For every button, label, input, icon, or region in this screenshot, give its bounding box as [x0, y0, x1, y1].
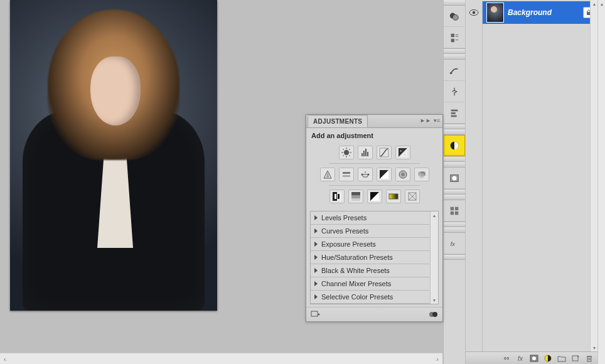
svg-rect-62 — [338, 194, 340, 199]
svg-rect-27 — [587, 356, 591, 361]
preset-exposure[interactable]: Exposure Presets — [311, 238, 438, 251]
invert-icon[interactable] — [329, 190, 345, 203]
fx-icon[interactable]: fx — [514, 353, 527, 363]
scroll-right-icon[interactable]: › — [436, 355, 439, 363]
levels-icon[interactable] — [358, 146, 373, 159]
vibrance-icon[interactable] — [320, 168, 335, 181]
svg-rect-49 — [343, 175, 350, 177]
svg-rect-67 — [389, 194, 398, 199]
svg-rect-8 — [451, 109, 458, 111]
gradient-map-icon[interactable] — [386, 190, 401, 203]
tab-adjustments[interactable]: ADJUSTMENTS — [308, 115, 368, 127]
channels-panel-icon[interactable] — [444, 200, 465, 222]
group-icon[interactable] — [555, 353, 568, 363]
curves-icon[interactable] — [377, 146, 392, 159]
svg-point-58 — [419, 173, 424, 178]
new-layer-icon[interactable] — [569, 353, 582, 363]
svg-rect-14 — [451, 206, 454, 210]
adjustments-row-2 — [310, 165, 439, 184]
svg-rect-65 — [351, 198, 360, 201]
color-balance-icon[interactable] — [358, 168, 373, 181]
adjustments-panel[interactable]: ADJUSTMENTS ►► ▾≡ Add an adjustment +- — [306, 114, 443, 322]
svg-line-39 — [343, 155, 344, 156]
paragraph-styles-icon[interactable] — [444, 27, 465, 48]
mask-icon[interactable] — [528, 353, 540, 363]
preset-hue-saturation[interactable]: Hue/Saturation Presets — [311, 251, 438, 264]
preset-channel-mixer[interactable]: Channel Mixer Presets — [311, 277, 438, 291]
preset-curves[interactable]: Curves Presets — [311, 225, 438, 238]
svg-rect-26 — [572, 356, 578, 361]
hue-saturation-icon[interactable] — [339, 168, 354, 181]
svg-rect-64 — [351, 192, 360, 195]
svg-text:-: - — [404, 153, 405, 156]
collapse-icon[interactable]: ►► — [421, 116, 430, 125]
scroll-up-icon[interactable]: ▴ — [598, 0, 605, 8]
scroll-up-icon[interactable]: ▴ — [431, 211, 438, 219]
svg-point-73 — [432, 312, 437, 317]
svg-rect-17 — [455, 211, 458, 214]
visibility-toggle[interactable] — [466, 1, 483, 24]
panel-menu-icon[interactable]: ▾≡ — [432, 116, 441, 125]
scroll-down-icon[interactable]: ▾ — [431, 296, 438, 304]
svg-rect-10 — [451, 115, 457, 117]
expand-view-icon[interactable] — [310, 309, 321, 319]
exposure-icon[interactable]: +- — [395, 146, 410, 159]
svg-rect-41 — [363, 151, 365, 156]
clip-to-layer-icon[interactable] — [427, 309, 439, 319]
layers-empty-area[interactable] — [482, 24, 591, 351]
window-vertical-scrollbar[interactable]: ▴ — [597, 0, 605, 364]
preset-selective-color[interactable]: Selective Color Presets — [311, 291, 438, 304]
brightness-contrast-icon[interactable] — [339, 146, 354, 159]
disclosure-triangle-icon — [314, 228, 318, 233]
layer-row-background[interactable]: Background — [466, 1, 598, 24]
channel-mixer-icon[interactable] — [414, 168, 429, 181]
trash-icon[interactable] — [583, 353, 596, 363]
preset-scrollbar[interactable]: ▴ ▾ — [430, 211, 438, 304]
svg-line-38 — [349, 149, 350, 150]
strip-gripper[interactable] — [444, 0, 465, 6]
clone-source-icon[interactable] — [444, 81, 465, 102]
layers-panel: Background ▴ ▾ fx — [465, 0, 598, 364]
svg-point-1 — [452, 14, 458, 20]
disclosure-triangle-icon — [314, 215, 318, 220]
disclosure-triangle-icon — [314, 281, 318, 286]
scroll-left-icon[interactable]: ‹ — [4, 355, 6, 363]
preset-label: Black & White Presets — [321, 267, 390, 274]
preset-label: Hue/Saturation Presets — [321, 254, 393, 261]
tool-preset-icon[interactable] — [444, 102, 465, 124]
preset-black-white[interactable]: Black & White Presets — [311, 264, 438, 277]
svg-point-55 — [401, 173, 405, 176]
selective-color-icon[interactable] — [405, 190, 420, 203]
mask-panel-icon[interactable] — [444, 168, 465, 189]
adjustment-icon[interactable] — [542, 353, 554, 363]
portrait-face — [90, 56, 141, 126]
threshold-icon[interactable] — [367, 190, 382, 203]
document-image[interactable] — [10, 0, 217, 311]
preset-list: Levels Presets Curves Presets Exposure P… — [310, 211, 439, 304]
preset-levels[interactable]: Levels Presets — [311, 211, 438, 225]
svg-rect-9 — [451, 112, 456, 114]
layer-name-label[interactable]: Background — [508, 8, 583, 17]
link-icon[interactable] — [500, 353, 513, 363]
svg-text:+: + — [400, 149, 402, 153]
horizontal-scrollbar[interactable]: ‹ › — [0, 353, 442, 364]
brush-preset-icon[interactable] — [444, 60, 465, 81]
svg-rect-3 — [451, 38, 454, 41]
svg-point-24 — [532, 356, 536, 360]
layer-thumbnail[interactable] — [486, 3, 504, 23]
adjustments-icon[interactable] — [444, 135, 465, 156]
svg-rect-42 — [365, 149, 367, 156]
adjustments-footer — [306, 307, 442, 321]
svg-point-7 — [450, 72, 452, 74]
preset-label: Channel Mixer Presets — [321, 280, 391, 287]
preset-label: Curves Presets — [321, 227, 368, 235]
photo-filter-icon[interactable] — [395, 168, 410, 181]
layers-list[interactable]: Background — [466, 1, 598, 351]
posterize-icon[interactable] — [348, 190, 363, 203]
styles-panel-icon[interactable]: fx — [444, 233, 465, 254]
black-white-icon[interactable] — [377, 168, 392, 181]
preset-label: Selective Color Presets — [321, 293, 393, 301]
svg-rect-22 — [505, 358, 508, 358]
color-swatches-icon[interactable] — [444, 6, 465, 27]
preset-label: Levels Presets — [321, 214, 367, 222]
